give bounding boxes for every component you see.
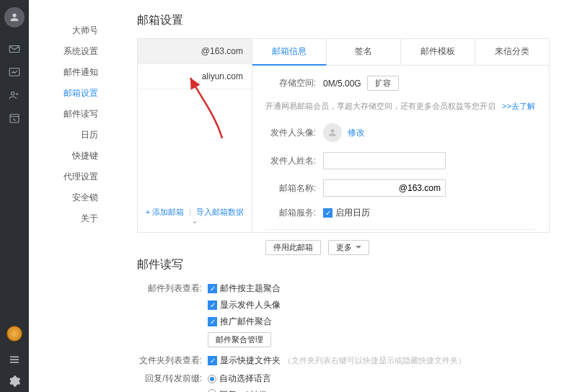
calendar-icon[interactable] [0,107,29,130]
radio-auto-lang[interactable] [208,375,216,383]
disable-mailbox-button[interactable]: 停用此邮箱 [265,240,321,255]
mail-icon[interactable] [0,37,29,61]
svg-rect-3 [10,115,19,122]
folder-hint: （文件夹列表右键可以快捷显示或隐藏快捷文件夹） [283,355,466,366]
lbl-auto-lang: 自动选择语言 [219,373,271,383]
sender-name-input[interactable] [323,152,446,169]
sender-name-label: 发件人姓名: [265,155,316,167]
change-avatar-link[interactable]: 修改 [348,127,365,139]
list-view-label: 邮件列表查看: [137,282,202,295]
chk-show-shortcut[interactable]: ✓ [208,356,217,365]
reply-prefix-label: 回复/转发前缀: [137,373,202,385]
settings-icon[interactable] [0,370,29,392]
sender-avatar-placeholder [323,123,342,142]
user-avatar[interactable] [4,7,25,27]
svg-point-2 [12,92,15,96]
enable-calendar-label: 启用日历 [335,207,370,219]
contacts-icon[interactable] [0,84,29,107]
storage-value: 0M/5.00G [323,79,361,89]
folder-view-label: 文件夹列表查看: [137,355,202,367]
accounts-column: @163.com aliyun.com + 添加邮箱 | 导入邮箱数据 [137,38,252,233]
promo-text: 开通网易邮箱会员，享超大存储空间，还有更多会员权益等您开启 [265,102,495,110]
coin-icon[interactable] [6,326,22,342]
tab-classify[interactable]: 来信分类 [475,39,549,65]
mail-service-label: 邮箱服务: [265,207,316,219]
image-icon[interactable] [0,61,29,84]
menu-icon[interactable] [0,349,29,370]
account-163[interactable]: @163.com [138,39,252,64]
tab-template[interactable]: 邮件模板 [401,39,475,65]
add-mailbox-link[interactable]: + 添加邮箱 [146,208,184,216]
lbl-show-shortcut: 显示快捷文件夹 [220,355,281,367]
tab-mailinfo[interactable]: 邮箱信息 [252,39,327,66]
account-aliyun[interactable]: aliyun.com [138,64,252,89]
more-button[interactable]: 更多 [328,240,369,255]
lbl-show-avatar: 显示发件人头像 [220,299,281,311]
promo-link[interactable]: >>去了解 [502,102,535,110]
chevron-down-icon [191,219,198,226]
aggregate-manage-button[interactable]: 邮件聚合管理 [208,332,271,347]
storage-label: 存储空间: [265,77,316,89]
lbl-promo-agg: 推广邮件聚合 [220,316,272,328]
avatar-label: 发件人头像: [265,127,316,139]
enable-calendar-checkbox[interactable]: ✓ [323,208,332,218]
mailbox-name-label: 邮箱名称: [265,182,316,195]
expand-storage-button[interactable]: 扩容 [367,76,399,91]
tab-signature[interactable]: 签名 [327,39,401,65]
left-rail [0,0,29,392]
detail-column: 邮箱信息 签名 邮件模板 来信分类 存储空间: 0M/5.00G 扩容 开通网易… [252,38,550,233]
chk-promo-agg[interactable]: ✓ [208,317,217,326]
svg-rect-0 [9,46,19,53]
radio-reply-fwd[interactable] [208,389,216,392]
chk-show-avatar[interactable]: ✓ [208,300,217,310]
mailbox-settings-title: 邮箱设置 [137,13,550,28]
chk-group-subject[interactable]: ✓ [208,284,217,293]
import-mail-link[interactable]: 导入邮箱数据 [196,208,244,216]
mailbox-name-input[interactable] [323,179,446,197]
lbl-group-subject: 邮件按主题聚合 [220,282,281,295]
